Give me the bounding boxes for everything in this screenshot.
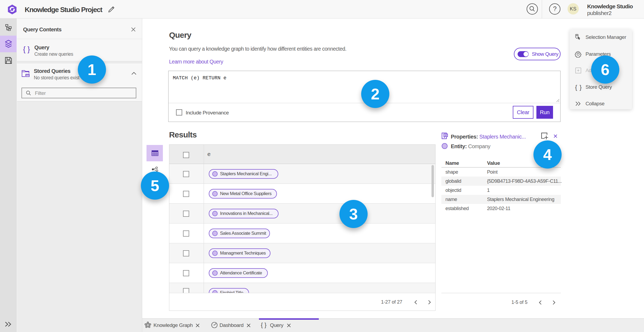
svg-text:?: ?	[553, 5, 557, 12]
